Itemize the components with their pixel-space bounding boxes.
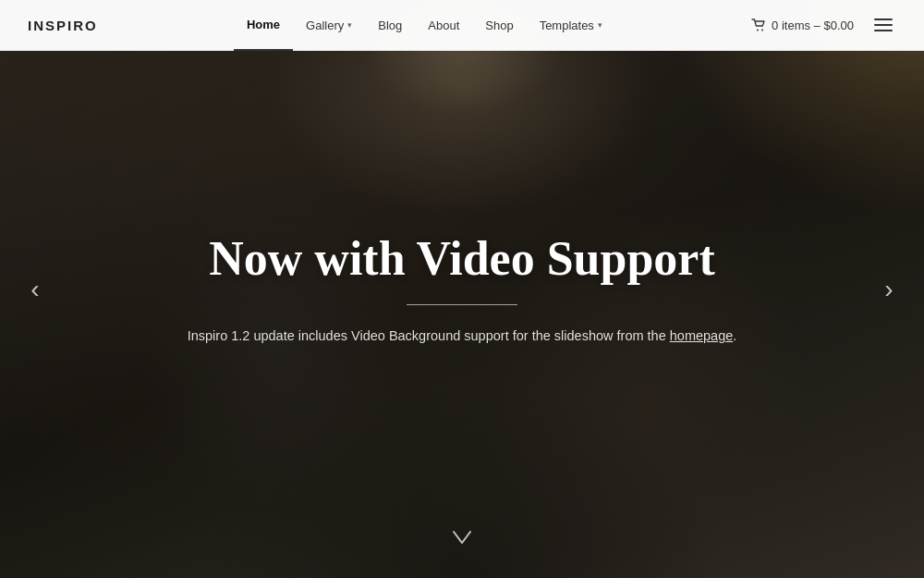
homepage-link[interactable]: homepage <box>670 328 734 343</box>
navbar: INSPIRO Home Gallery ▾ Blog About Shop <box>0 0 924 51</box>
nav-item-about[interactable]: About <box>415 0 472 51</box>
navbar-right: 0 items – $0.00 <box>751 15 896 35</box>
hamburger-line-2 <box>874 24 893 26</box>
brand-logo[interactable]: INSPIRO <box>28 18 98 33</box>
gallery-chevron-icon: ▾ <box>347 0 352 51</box>
nav-link-gallery[interactable]: Gallery ▾ <box>293 0 365 51</box>
hamburger-line-1 <box>874 18 893 20</box>
scroll-down-button[interactable] <box>452 528 472 552</box>
nav-link-blog[interactable]: Blog <box>365 0 415 51</box>
hamburger-line-3 <box>874 30 893 31</box>
nav-item-blog[interactable]: Blog <box>365 0 415 51</box>
hero-divider <box>407 304 517 305</box>
cart-label: 0 items – $0.00 <box>772 18 854 32</box>
nav-link-templates[interactable]: Templates ▾ <box>527 0 615 51</box>
next-slide-button[interactable]: › <box>870 271 907 308</box>
hero-title: Now with Video Support <box>139 231 785 287</box>
nav-link-about[interactable]: About <box>415 0 472 51</box>
prev-slide-button[interactable]: ‹ <box>17 271 54 308</box>
hero-content: Now with Video Support Inspiro 1.2 updat… <box>139 231 785 348</box>
nav-link-shop[interactable]: Shop <box>472 0 526 51</box>
nav-item-gallery[interactable]: Gallery ▾ <box>293 0 365 51</box>
templates-chevron-icon: ▾ <box>598 0 602 51</box>
nav-item-templates[interactable]: Templates ▾ <box>527 0 615 51</box>
hamburger-menu[interactable] <box>870 15 896 35</box>
nav-item-home[interactable]: Home <box>234 0 293 51</box>
hero-subtitle: Inspiro 1.2 update includes Video Backgr… <box>139 326 785 347</box>
svg-point-0 <box>757 30 759 31</box>
cart-button[interactable]: 0 items – $0.00 <box>751 18 854 32</box>
nav-item-shop[interactable]: Shop <box>472 0 526 51</box>
cart-icon <box>751 18 766 31</box>
nav-link-home[interactable]: Home <box>234 0 293 51</box>
nav-menu: Home Gallery ▾ Blog About Shop Templates <box>234 0 615 51</box>
hero-section: INSPIRO Home Gallery ▾ Blog About Shop <box>0 0 924 578</box>
svg-point-1 <box>761 30 763 31</box>
